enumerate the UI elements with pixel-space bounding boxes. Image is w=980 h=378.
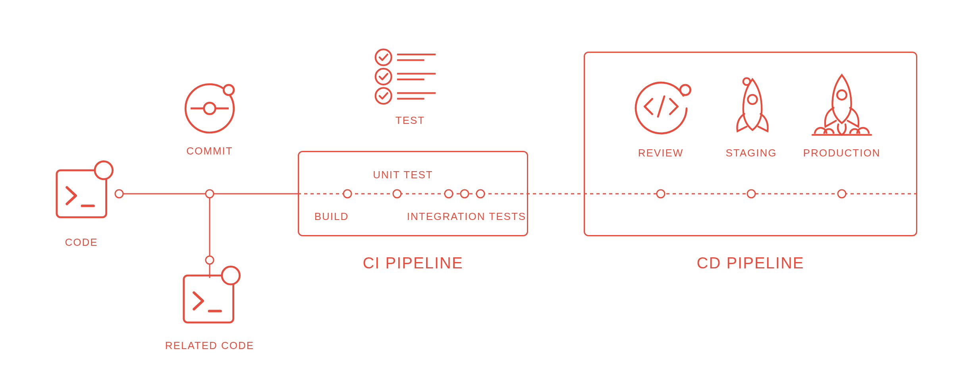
ci-unit-test-label: UNIT TEST	[373, 169, 433, 181]
svg-point-23	[222, 266, 240, 284]
terminal-icon	[52, 159, 115, 222]
svg-point-15	[95, 161, 113, 179]
ci-pipeline-title: CI PIPELINE	[363, 254, 463, 272]
svg-point-21	[224, 85, 234, 95]
svg-point-31	[376, 88, 392, 104]
svg-point-38	[837, 90, 847, 100]
svg-line-35	[658, 96, 664, 117]
cd-pipeline-title: CD PIPELINE	[697, 254, 804, 272]
ci-integration-tests-label: INTEGRATION TESTS	[407, 210, 526, 223]
svg-point-18	[204, 103, 216, 114]
code-review-icon	[629, 73, 693, 137]
code-label: CODE	[65, 236, 98, 249]
ci-pipeline-box	[298, 151, 528, 236]
checklist-icon	[373, 46, 453, 105]
commit-label: COMMIT	[186, 145, 233, 157]
ci-build-label: BUILD	[314, 210, 349, 223]
svg-point-34	[680, 85, 691, 95]
rocket-launch-icon	[806, 71, 878, 139]
terminal-icon	[179, 264, 242, 328]
svg-point-37	[743, 78, 750, 85]
related-code-label: RELATED CODE	[165, 339, 254, 352]
commit-icon	[178, 73, 241, 137]
svg-point-28	[376, 69, 392, 85]
svg-point-3	[115, 190, 123, 198]
svg-point-25	[376, 49, 392, 65]
test-label: TEST	[395, 114, 425, 127]
cd-staging-label: STAGING	[725, 147, 777, 159]
rocket-idle-icon	[723, 73, 782, 137]
svg-point-36	[748, 95, 757, 104]
cd-review-label: REVIEW	[638, 147, 684, 159]
svg-point-5	[206, 256, 214, 264]
svg-point-4	[206, 190, 214, 198]
cd-production-label: PRODUCTION	[803, 147, 881, 159]
